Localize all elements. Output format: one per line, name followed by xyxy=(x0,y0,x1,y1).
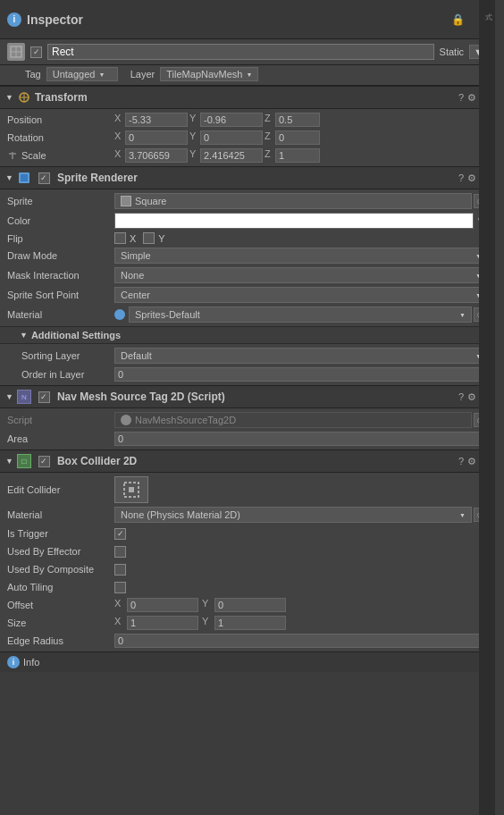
navmesh-script-label: Script xyxy=(7,415,114,425)
scale-label: Scale xyxy=(7,150,114,161)
svg-rect-7 xyxy=(21,174,28,181)
sprite-sort-point-row: Sprite Sort Point Center xyxy=(0,285,495,305)
collider-material-dropdown[interactable]: None (Physics Material 2D) xyxy=(114,507,472,523)
additional-settings-arrow[interactable]: ▼ xyxy=(20,331,28,340)
collider-material-value: None (Physics Material 2D) xyxy=(121,509,240,520)
offset-y-input[interactable] xyxy=(214,598,286,612)
info-icon: i xyxy=(7,656,20,668)
used-by-effector-row: Used By Effector xyxy=(0,542,495,560)
size-y-input[interactable] xyxy=(214,616,286,630)
navmesh-area-input[interactable] xyxy=(114,432,488,446)
scale-x-input[interactable] xyxy=(125,148,188,163)
tag-layer-row: Tag Untagged Layer TileMapNavMesh xyxy=(0,65,495,86)
sorting-layer-dropdown[interactable]: Default xyxy=(114,348,488,364)
box-collider-icon: □ xyxy=(17,454,31,468)
offset-x-input[interactable] xyxy=(127,598,198,612)
tag-label: Tag xyxy=(25,69,41,80)
mask-interaction-row: Mask Interaction None xyxy=(0,265,495,285)
navmesh-icon: N xyxy=(17,390,31,404)
mask-interaction-dropdown[interactable]: None xyxy=(114,267,488,283)
order-in-layer-row: Order in Layer xyxy=(0,365,495,383)
color-field[interactable] xyxy=(114,213,474,229)
transform-help-btn[interactable]: ? xyxy=(458,92,464,104)
is-trigger-checkbox[interactable] xyxy=(114,528,126,540)
sprite-renderer-settings-btn[interactable]: ⚙ xyxy=(467,172,476,184)
sprite-renderer-section-header: ▼ Sprite Renderer ? ⚙ ⋮ xyxy=(0,166,495,189)
edit-collider-label: Edit Collider xyxy=(7,484,114,495)
order-in-layer-input[interactable] xyxy=(114,367,488,382)
flip-y-box[interactable] xyxy=(143,232,155,244)
sprite-renderer-icon xyxy=(17,171,31,185)
size-x-input[interactable] xyxy=(127,616,198,630)
box-collider-settings-btn[interactable]: ⚙ xyxy=(467,456,476,467)
navmesh-script-field: NavMeshSourceTag2D xyxy=(114,412,472,428)
transform-collapse-arrow[interactable]: ▼ xyxy=(5,93,13,102)
sprite-field[interactable]: Square xyxy=(114,193,472,209)
draw-mode-row: Draw Mode Simple xyxy=(0,246,495,265)
order-in-layer-label: Order in Layer xyxy=(7,369,114,380)
rotation-label: Rotation xyxy=(7,132,114,143)
navmesh-properties: Script NavMeshSourceTag2D ◎ Area xyxy=(0,408,495,450)
layer-value: TileMapNavMesh xyxy=(166,69,242,80)
material-field[interactable]: Sprites-Default xyxy=(114,307,472,323)
navmesh-help-btn[interactable]: ? xyxy=(458,391,464,403)
sprite-sort-point-dropdown[interactable]: Center xyxy=(114,287,488,303)
used-by-composite-label: Used By Composite xyxy=(7,564,114,575)
scale-z-input[interactable] xyxy=(275,148,320,163)
used-by-composite-checkbox[interactable] xyxy=(114,564,126,576)
tag-dropdown[interactable]: Untagged xyxy=(46,67,118,81)
navmesh-collapse-arrow[interactable]: ▼ xyxy=(5,392,13,401)
used-by-effector-label: Used By Effector xyxy=(7,546,114,557)
inspector-title: Inspector xyxy=(27,13,83,27)
gameobject-active-checkbox[interactable] xyxy=(30,46,42,58)
sprite-renderer-help-btn[interactable]: ? xyxy=(458,172,464,184)
rot-y-input[interactable] xyxy=(200,130,263,145)
rot-z-input[interactable] xyxy=(275,130,320,145)
info-label: Info xyxy=(23,657,39,668)
sidebar-tab-1[interactable]: 式 xyxy=(481,4,494,11)
scale-x-label: X xyxy=(114,148,123,163)
pos-x-input[interactable] xyxy=(125,113,188,127)
material-dropdown[interactable]: Sprites-Default xyxy=(129,307,472,323)
tag-value: Untagged xyxy=(53,69,96,80)
navmesh-active-checkbox[interactable] xyxy=(38,391,50,403)
collider-material-row: Material None (Physics Material 2D) ◎ xyxy=(0,505,495,525)
flip-x-checkbox[interactable]: X xyxy=(114,232,136,244)
flip-y-label: Y xyxy=(158,233,164,244)
edge-radius-input[interactable] xyxy=(114,634,488,648)
auto-tiling-checkbox[interactable] xyxy=(114,582,126,593)
edit-collider-svg xyxy=(122,481,140,499)
box-collider-active-checkbox[interactable] xyxy=(38,456,50,467)
link-icon xyxy=(7,150,18,161)
sprite-renderer-collapse-arrow[interactable]: ▼ xyxy=(5,173,13,182)
navmesh-script-value: NavMeshSourceTag2D xyxy=(135,415,236,425)
layer-dropdown[interactable]: TileMapNavMesh xyxy=(160,67,258,81)
edit-collider-button[interactable] xyxy=(114,476,148,503)
transform-settings-btn[interactable]: ⚙ xyxy=(467,92,476,104)
rot-x-input[interactable] xyxy=(125,130,188,145)
navmesh-area-row: Area xyxy=(0,430,495,448)
rotation-row: Rotation X Y Z xyxy=(0,129,495,147)
pos-z-input[interactable] xyxy=(275,113,320,127)
flip-x-box[interactable] xyxy=(114,232,126,244)
pos-y-input[interactable] xyxy=(200,113,263,127)
draw-mode-dropdown[interactable]: Simple xyxy=(114,248,488,264)
size-row: Size X Y xyxy=(0,614,495,632)
box-collider-help-btn[interactable]: ? xyxy=(458,456,464,467)
offset-label: Offset xyxy=(7,600,114,610)
scale-y-input[interactable] xyxy=(200,148,263,163)
used-by-effector-checkbox[interactable] xyxy=(114,546,126,558)
lock-button[interactable]: 🔒 xyxy=(449,12,466,28)
sprite-renderer-active-checkbox[interactable] xyxy=(38,172,50,184)
flip-y-checkbox[interactable]: Y xyxy=(143,232,164,244)
scale-y-label: Y xyxy=(189,148,198,163)
material-row: Material Sprites-Default ◎ xyxy=(0,305,495,324)
transform-properties: Position X Y Z Rotation X Y Z xyxy=(0,109,495,166)
scale-xyz: X Y Z xyxy=(114,148,488,163)
box-collider-collapse-arrow[interactable]: ▼ xyxy=(5,457,13,466)
navmesh-settings-btn[interactable]: ⚙ xyxy=(467,391,476,403)
position-xyz: X Y Z xyxy=(114,113,488,127)
sprite-renderer-properties: Sprite Square ◎ Color ✎ Flip X xyxy=(0,189,495,326)
size-y-label: Y xyxy=(202,616,211,630)
gameobject-name-field[interactable] xyxy=(47,44,434,60)
